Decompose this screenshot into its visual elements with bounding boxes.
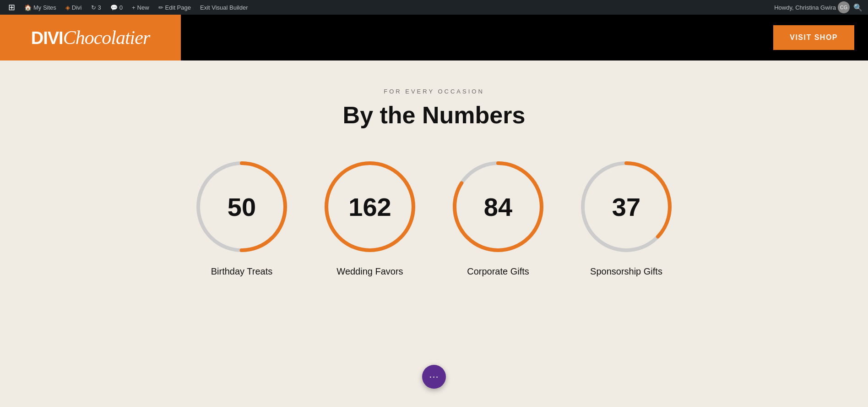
stat-item-sponsorship: 37 Sponsorship Gifts [576,156,677,277]
howdy-label: Howdy, Christina Gwira [774,4,836,11]
exit-vb-item[interactable]: Exit Visual Builder [195,0,253,15]
divi-item[interactable]: ◈ Divi [61,0,87,15]
edit-page-item[interactable]: ✏ Edit Page [154,0,195,15]
updates-count: 3 [98,4,101,11]
my-sites-item[interactable]: 🏠 My Sites [20,0,61,15]
main-content: FOR EVERY OCCASION By the Numbers 50 Bir… [0,60,868,314]
new-icon: + [132,4,136,11]
divi-label: Divi [72,4,82,11]
wp-logo-icon: ⊞ [8,2,15,12]
stat-item-corporate: 84 Corporate Gifts [448,156,548,277]
stat-label-birthday: Birthday Treats [211,266,273,277]
edit-icon: ✏ [158,4,163,11]
wp-logo-item[interactable]: ⊞ [4,0,20,15]
avatar: CG [838,1,850,13]
stat-number-birthday: 50 [228,192,256,222]
divi-icon: ◈ [65,4,70,11]
section-label: FOR EVERY OCCASION [384,88,484,95]
my-sites-icon: 🏠 [24,4,32,11]
circle-birthday: 50 [191,156,292,257]
stat-label-wedding: Wedding Favors [336,266,403,277]
site-header: DIVI Chocolatier VISIT SHOP [0,15,868,60]
circle-wedding: 162 [320,156,420,257]
stat-item-wedding: 162 Wedding Favors [320,156,420,277]
stat-number-corporate: 84 [484,192,512,222]
fab-button[interactable]: ··· [422,365,446,389]
comments-count: 0 [119,4,123,11]
header-right: VISIT SHOP [181,15,868,60]
admin-bar: ⊞ 🏠 My Sites ◈ Divi ↻ 3 💬 0 + New ✏ Edit… [0,0,868,15]
stats-row: 50 Birthday Treats 162 Wedding Favors 84… [191,156,677,277]
comments-icon: 💬 [110,4,118,11]
updates-icon: ↻ [91,4,96,11]
section-title: By the Numbers [343,101,526,129]
stat-label-sponsorship: Sponsorship Gifts [590,266,662,277]
new-item[interactable]: + New [127,0,154,15]
visit-shop-button[interactable]: VISIT SHOP [773,25,854,50]
admin-bar-right: Howdy, Christina Gwira CG 🔍 [774,1,864,14]
edit-page-label: Edit Page [165,4,191,11]
search-icon[interactable]: 🔍 [852,1,864,14]
stat-item-birthday: 50 Birthday Treats [191,156,292,277]
new-label: New [137,4,149,11]
comments-item[interactable]: 💬 0 [106,0,127,15]
fab-icon: ··· [429,371,439,383]
stat-number-sponsorship: 37 [612,192,640,222]
logo: DIVI Chocolatier [31,27,150,49]
exit-vb-label: Exit Visual Builder [200,4,248,11]
my-sites-label: My Sites [33,4,56,11]
logo-area: DIVI Chocolatier [0,15,181,60]
circle-corporate: 84 [448,156,548,257]
circle-sponsorship: 37 [576,156,677,257]
logo-divi: DIVI [31,28,63,48]
stat-number-wedding: 162 [348,192,391,222]
stat-label-corporate: Corporate Gifts [467,266,529,277]
logo-chocolatier: Chocolatier [63,27,150,49]
updates-item[interactable]: ↻ 3 [87,0,106,15]
